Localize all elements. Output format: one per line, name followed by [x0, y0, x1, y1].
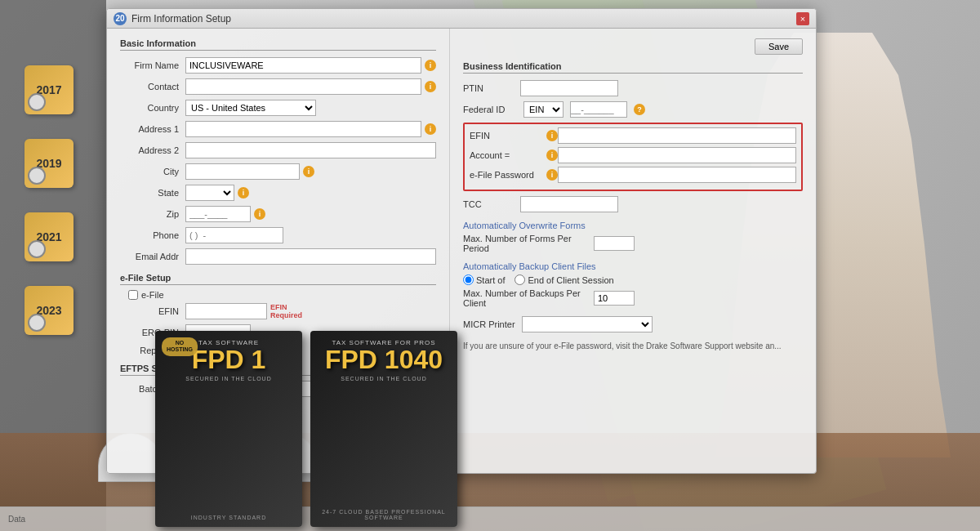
- address2-row: Address 2: [120, 142, 436, 158]
- backup-end-radio-label[interactable]: End of Client Session: [514, 274, 613, 285]
- efin-highlighted-row: EFIN i: [470, 127, 796, 144]
- sw-series-1: Industry Standard: [155, 515, 302, 520]
- contact-input[interactable]: [185, 78, 421, 95]
- efile-password-row: e-File Password i: [470, 167, 796, 183]
- city-row: City i: [120, 163, 436, 180]
- calendar-item-2019: 2019: [24, 139, 74, 188]
- address1-input[interactable]: [185, 121, 421, 137]
- federal-id-row: Federal ID EIN SSN ?: [463, 101, 803, 118]
- address1-row: Address 1 i: [120, 121, 436, 137]
- country-row: Country US - United States Other: [120, 100, 436, 116]
- sw-subtitle-1: Secured in the Cloud: [163, 376, 294, 382]
- state-row: State ALAKAZ i: [120, 185, 436, 201]
- highlighted-fields-box: EFIN i Account = i e-File Password i: [463, 123, 803, 191]
- sw-series-2: 24-7 Cloud Based Professional Software: [310, 509, 457, 520]
- state-label: State: [120, 188, 185, 198]
- address1-info-icon: i: [425, 123, 436, 135]
- country-label: Country: [120, 103, 185, 113]
- right-panel: Save Business Identification PTIN Federa…: [450, 29, 816, 473]
- email-label: Email Addr: [120, 252, 185, 261]
- calendar-item-2021: 2021: [24, 212, 74, 261]
- state-info-icon: i: [238, 187, 249, 199]
- country-select[interactable]: US - United States Other: [185, 100, 316, 116]
- efin-input-left[interactable]: [185, 303, 267, 319]
- micr-label: MICR Printer: [463, 319, 515, 329]
- auto-overwrite-label: Automatically Overwrite Forms: [463, 221, 803, 230]
- zip-input[interactable]: [185, 206, 251, 222]
- backup-start-radio-label[interactable]: Start of: [463, 274, 505, 285]
- address2-input[interactable]: [185, 142, 436, 158]
- backup-start-radio[interactable]: [463, 274, 474, 285]
- efin-right-input[interactable]: [558, 127, 796, 144]
- sw-badge-1: NoHosting: [162, 337, 198, 356]
- max-forms-label: Max. Number of Forms Per Period: [463, 234, 594, 253]
- firm-name-row: Firm Name i: [120, 57, 436, 74]
- max-forms-row: Max. Number of Forms Per Period: [463, 234, 803, 253]
- clock-icon-2023: [28, 314, 46, 332]
- sw-subtitle-2: Secured in the Cloud: [318, 376, 449, 382]
- software-box-area: NoHosting Tax Software FPD 1 Secured in …: [155, 331, 441, 527]
- zip-row: Zip i: [120, 206, 436, 222]
- bottom-bar-label: Data: [8, 515, 25, 524]
- city-label: City: [120, 167, 185, 176]
- phone-input[interactable]: [185, 227, 283, 243]
- dialog-title-area: 20 Firm Information Setup: [114, 12, 231, 25]
- state-select[interactable]: ALAKAZ: [185, 185, 234, 201]
- zip-label: Zip: [120, 209, 185, 219]
- firm-name-label: Firm Name: [120, 60, 185, 70]
- max-backups-input[interactable]: [594, 291, 635, 306]
- federal-id-select[interactable]: EIN SSN: [523, 101, 564, 118]
- business-id-header: Business Identification: [463, 61, 803, 74]
- auto-backup-label: Automatically Backup Client Files: [463, 261, 803, 271]
- software-box-2: Tax Software for Pros FPD 1040 Secured i…: [310, 331, 457, 527]
- address2-label: Address 2: [120, 145, 185, 155]
- basic-info-header: Basic Information: [120, 38, 436, 51]
- zip-info-icon: i: [254, 208, 265, 220]
- bottom-bar: Data: [0, 506, 980, 531]
- efin-row: EFIN EFINRequired: [120, 303, 436, 319]
- ptin-input[interactable]: [520, 80, 618, 96]
- save-button[interactable]: Save: [755, 38, 803, 55]
- sw-title-fpd-2: FPD 1040: [318, 346, 449, 373]
- efin-required-badge: EFINRequired: [270, 303, 302, 319]
- max-forms-input[interactable]: [594, 236, 635, 251]
- dialog-title-text: Firm Information Setup: [131, 13, 231, 25]
- calendar-icon-2023: 2023: [24, 286, 74, 335]
- calendar-item-2023: 2023: [24, 286, 74, 335]
- efile-password-info-icon: i: [546, 169, 558, 181]
- phone-row: Phone: [120, 227, 436, 243]
- efile-checkbox-label: e-File: [141, 290, 164, 300]
- micr-select[interactable]: [522, 316, 653, 332]
- federal-id-input[interactable]: [570, 101, 627, 118]
- city-input[interactable]: [185, 163, 300, 180]
- backup-end-radio[interactable]: [514, 274, 525, 285]
- calendar-icon-2019: 2019: [24, 139, 74, 188]
- contact-info-icon: i: [425, 81, 436, 92]
- clock-icon-2021: [28, 240, 46, 258]
- efile-password-input[interactable]: [558, 167, 796, 183]
- email-row: Email Addr: [120, 248, 436, 265]
- dialog-titlebar: 20 Firm Information Setup ×: [107, 9, 816, 29]
- efin-label-left: EFIN: [120, 306, 185, 316]
- account-highlighted-row: Account = i: [470, 147, 796, 163]
- account-label: Account =: [470, 150, 543, 160]
- firm-name-input[interactable]: [185, 57, 421, 74]
- account-info-icon: i: [546, 149, 558, 161]
- max-backups-row: Max. Number of Backups Per Client: [463, 288, 803, 308]
- address1-label: Address 1: [120, 124, 185, 134]
- auto-backup-section: Automatically Backup Client Files Start …: [463, 261, 803, 308]
- tcc-label: TCC: [463, 199, 520, 209]
- contact-row: Contact i: [120, 78, 436, 95]
- sw-box-text-2: Tax Software for Pros FPD 1040 Secured i…: [310, 331, 457, 390]
- city-info-icon: i: [303, 166, 314, 177]
- email-input[interactable]: [185, 248, 436, 265]
- firm-name-info-icon: i: [425, 60, 436, 71]
- efile-checkbox[interactable]: [128, 290, 138, 300]
- account-input[interactable]: [558, 147, 796, 163]
- phone-label: Phone: [120, 230, 185, 240]
- close-button[interactable]: ×: [796, 12, 809, 25]
- auto-overwrite-section: Automatically Overwrite Forms Max. Numbe…: [463, 221, 803, 253]
- tcc-input[interactable]: [520, 196, 618, 212]
- federal-id-info-icon: ?: [634, 104, 645, 115]
- efile-password-label: e-File Password: [470, 170, 543, 180]
